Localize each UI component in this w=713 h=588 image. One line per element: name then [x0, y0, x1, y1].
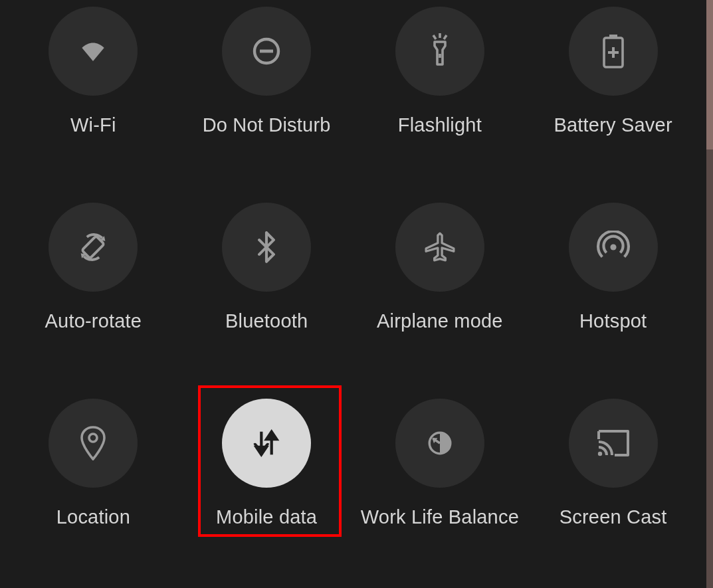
tile-auto-rotate[interactable]: Auto-rotate: [7, 196, 180, 392]
battery-saver-icon: [569, 7, 658, 96]
work-life-icon: [395, 399, 484, 488]
tile-flashlight[interactable]: Flashlight: [354, 0, 527, 196]
hotspot-icon: [569, 203, 658, 292]
mobile-data-icon: [222, 399, 311, 488]
tile-label: Do Not Disturb: [203, 114, 331, 136]
svg-point-13: [610, 244, 616, 250]
tile-label: Auto-rotate: [45, 310, 142, 332]
tile-dnd[interactable]: Do Not Disturb: [180, 0, 354, 196]
tile-label: Airplane mode: [377, 310, 503, 332]
tile-airplane[interactable]: Airplane mode: [354, 196, 527, 392]
tile-label: Hotspot: [579, 310, 647, 332]
tile-label: Battery Saver: [554, 114, 672, 136]
tile-label: Screen Cast: [560, 506, 667, 528]
tile-hotspot[interactable]: Hotspot: [526, 196, 700, 392]
tile-label: Location: [56, 506, 130, 528]
dnd-icon: [222, 7, 311, 96]
edge-hint-strip: [706, 0, 713, 588]
tile-battery-saver[interactable]: Battery Saver: [526, 0, 700, 196]
tile-work-life[interactable]: Work Life Balance: [354, 392, 527, 588]
svg-line-4: [433, 35, 436, 39]
flashlight-icon: [395, 7, 484, 96]
svg-point-14: [89, 434, 97, 442]
svg-rect-7: [609, 35, 617, 39]
bluetooth-icon: [222, 203, 311, 292]
tile-bluetooth[interactable]: Bluetooth: [180, 196, 354, 392]
svg-marker-18: [266, 432, 276, 440]
svg-point-22: [597, 452, 601, 456]
tile-label: Mobile data: [216, 506, 317, 528]
svg-marker-16: [256, 447, 266, 455]
tile-label: Work Life Balance: [361, 506, 519, 528]
wifi-icon: [49, 7, 138, 96]
screen-cast-icon: [569, 399, 658, 488]
tile-label: Flashlight: [398, 114, 482, 136]
tile-label: Bluetooth: [225, 310, 308, 332]
location-icon: [49, 399, 138, 488]
tile-wifi[interactable]: Wi-Fi: [7, 0, 180, 196]
tile-label: Wi-Fi: [70, 114, 116, 136]
quick-settings-grid: Wi-Fi Do Not Disturb Flashlight: [0, 0, 706, 588]
svg-line-5: [444, 35, 447, 39]
tile-mobile-data[interactable]: Mobile data: [180, 392, 354, 588]
auto-rotate-icon: [49, 203, 138, 292]
airplane-icon: [395, 203, 484, 292]
tile-screen-cast[interactable]: Screen Cast: [526, 392, 700, 588]
tile-location[interactable]: Location: [7, 392, 180, 588]
